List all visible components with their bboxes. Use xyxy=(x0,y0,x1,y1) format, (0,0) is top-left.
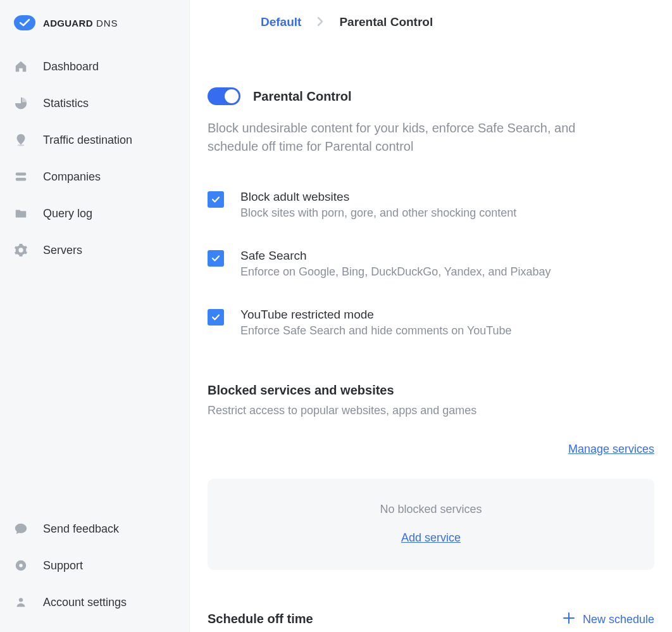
new-schedule-label: New schedule xyxy=(583,613,654,626)
sidebar-item-statistics[interactable]: Statistics xyxy=(0,85,189,122)
sidebar-item-label: Support xyxy=(43,559,83,572)
svg-point-4 xyxy=(19,564,23,567)
sidebar-item-label: Statistics xyxy=(43,97,89,110)
sidebar-item-querylog[interactable]: Query log xyxy=(0,195,189,232)
svg-rect-1 xyxy=(16,173,27,176)
sidebar-item-servers[interactable]: Servers xyxy=(0,232,189,269)
logo-icon xyxy=(14,15,35,30)
sidebar-item-label: Account settings xyxy=(43,596,127,609)
blocked-services-section: Blocked services and websites Restrict a… xyxy=(208,383,654,570)
svg-point-5 xyxy=(19,598,23,602)
pie-chart-icon xyxy=(14,96,28,110)
logo[interactable]: ADGUARD DNS xyxy=(0,11,189,48)
plus-icon xyxy=(563,612,575,628)
option-block-adult[interactable]: Block adult websites Block sites with po… xyxy=(208,190,654,220)
main: Default Parental Control Parental Contro… xyxy=(190,0,672,632)
sidebar-item-label: Companies xyxy=(43,170,101,184)
parental-control-header: Parental Control xyxy=(208,87,654,105)
sidebar-item-label: Servers xyxy=(43,244,82,257)
sidebar-item-label: Query log xyxy=(43,207,92,220)
section-description: Block undesirable content for your kids,… xyxy=(208,119,607,156)
parental-control-toggle[interactable] xyxy=(208,87,240,105)
checkbox-checked-icon[interactable] xyxy=(208,250,224,267)
option-subtitle: Block sites with porn, gore, and other s… xyxy=(240,206,516,220)
sidebar-item-label: Send feedback xyxy=(43,522,119,536)
svg-point-0 xyxy=(18,144,25,146)
schedule-title: Schedule off time xyxy=(208,612,411,626)
subsection-description: Restrict access to popular websites, app… xyxy=(208,404,654,417)
lifebuoy-icon xyxy=(14,559,28,572)
home-icon xyxy=(14,60,28,73)
breadcrumb-current: Parental Control xyxy=(339,15,433,29)
svg-rect-2 xyxy=(16,178,27,181)
breadcrumb-root[interactable]: Default xyxy=(261,15,301,29)
option-subtitle: Enforce on Google, Bing, DuckDuckGo, Yan… xyxy=(240,265,551,279)
chevron-right-icon xyxy=(316,15,324,29)
option-title: YouTube restricted mode xyxy=(240,308,512,322)
manage-services-link[interactable]: Manage services xyxy=(568,443,654,456)
nav-main: Dashboard Statistics Traffic destination… xyxy=(0,48,189,269)
checkbox-checked-icon[interactable] xyxy=(208,309,224,325)
empty-state-text: No blocked services xyxy=(380,503,482,516)
sidebar-item-feedback[interactable]: Send feedback xyxy=(0,510,189,547)
option-safe-search[interactable]: Safe Search Enforce on Google, Bing, Duc… xyxy=(208,249,654,279)
sidebar-item-account[interactable]: Account settings xyxy=(0,584,189,621)
option-title: Safe Search xyxy=(240,249,551,263)
logo-text: ADGUARD DNS xyxy=(43,18,118,28)
chat-icon xyxy=(14,522,28,536)
sidebar-item-label: Dashboard xyxy=(43,60,99,73)
sidebar-item-support[interactable]: Support xyxy=(0,547,189,584)
option-subtitle: Enforce Safe Search and hide comments on… xyxy=(240,324,512,338)
nav-footer: Send feedback Support Account settings xyxy=(0,510,189,621)
add-service-link[interactable]: Add service xyxy=(401,531,461,545)
server-icon xyxy=(14,170,28,184)
section-title: Parental Control xyxy=(253,89,352,104)
breadcrumb: Default Parental Control xyxy=(208,15,654,29)
subsection-title: Blocked services and websites xyxy=(208,383,654,398)
option-youtube-restricted[interactable]: YouTube restricted mode Enforce Safe Sea… xyxy=(208,308,654,338)
location-pin-icon xyxy=(14,133,28,147)
sidebar-item-companies[interactable]: Companies xyxy=(0,158,189,195)
folder-icon xyxy=(14,206,28,220)
sidebar-item-dashboard[interactable]: Dashboard xyxy=(0,48,189,85)
schedule-section: Schedule off time Set inactivity periods… xyxy=(208,612,654,632)
option-title: Block adult websites xyxy=(240,190,516,204)
blocked-services-empty-state: No blocked services Add service xyxy=(208,479,654,570)
gear-icon xyxy=(14,243,28,257)
sidebar: ADGUARD DNS Dashboard Statistics Traffic… xyxy=(0,0,190,632)
new-schedule-button[interactable]: New schedule xyxy=(563,612,654,628)
checkbox-checked-icon[interactable] xyxy=(208,191,224,208)
sidebar-item-label: Traffic destination xyxy=(43,134,132,147)
user-icon xyxy=(14,595,28,609)
options-list: Block adult websites Block sites with po… xyxy=(208,190,654,338)
sidebar-item-traffic[interactable]: Traffic destination xyxy=(0,122,189,158)
